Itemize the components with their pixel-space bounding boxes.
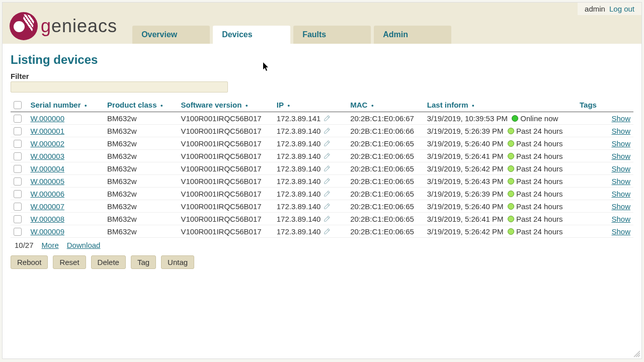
serial-link[interactable]: W.000003 [30, 152, 64, 160]
delete-button[interactable]: Delete [91, 255, 126, 269]
show-link[interactable]: Show [611, 190, 630, 198]
show-link[interactable]: Show [611, 202, 630, 211]
resize-grip-icon[interactable] [633, 350, 640, 357]
serial-link[interactable]: W.000005 [30, 177, 64, 186]
cell-mac: 20:2B:C1:E0:06:65 [347, 200, 424, 213]
status-dot-icon [508, 203, 514, 210]
cell-mac: 20:2B:C1:E0:06:67 [347, 112, 424, 125]
col-product[interactable]: Product class • [104, 98, 178, 112]
cell-last: 3/19/2019, 10:39:53 PM Online now [424, 112, 577, 125]
col-software[interactable]: Software version • [178, 98, 273, 112]
pencil-icon[interactable] [324, 127, 331, 134]
tab-admin[interactable]: Admin [374, 26, 451, 44]
pencil-icon[interactable] [324, 165, 331, 172]
serial-link[interactable]: W.000006 [30, 190, 64, 198]
col-mac[interactable]: MAC • [347, 98, 424, 112]
cell-mac: 20:2B:C1:E0:06:65 [347, 213, 424, 225]
col-last[interactable]: Last inform • [424, 98, 577, 112]
bulk-actions: Reboot Reset Delete Tag Untag [11, 255, 633, 269]
cell-tags [577, 225, 603, 238]
pencil-icon[interactable] [324, 115, 331, 122]
col-ip[interactable]: IP • [274, 98, 347, 112]
pencil-icon[interactable] [324, 203, 331, 210]
sort-dot-icon: • [244, 102, 248, 109]
table-row: W.000005BM632wV100R001IRQC56B017172.3.89… [11, 175, 633, 188]
show-link[interactable]: Show [611, 177, 630, 186]
status-dot-icon [508, 216, 514, 222]
table-row: W.000003BM632wV100R001IRQC56B017172.3.89… [11, 150, 633, 162]
cell-last: 3/19/2019, 5:26:41 PM Past 24 hours [424, 213, 577, 225]
row-checkbox[interactable] [14, 115, 22, 123]
sort-dot-icon: • [369, 102, 373, 109]
row-checkbox[interactable] [14, 152, 22, 160]
serial-link[interactable]: W.000009 [30, 227, 64, 236]
logout-link[interactable]: Log out [609, 5, 634, 13]
cell-ip: 172.3.89.140 [277, 177, 321, 186]
show-link[interactable]: Show [611, 152, 630, 160]
more-link[interactable]: More [42, 241, 59, 249]
pencil-icon[interactable] [324, 228, 331, 235]
cell-ip: 172.3.89.140 [277, 127, 321, 135]
show-link[interactable]: Show [611, 139, 630, 148]
show-link[interactable]: Show [611, 114, 630, 123]
cell-tags [577, 188, 603, 200]
serial-link[interactable]: W.000007 [30, 202, 64, 211]
tab-faults[interactable]: Faults [293, 26, 371, 44]
pencil-icon[interactable] [324, 140, 331, 147]
filter-input[interactable] [11, 81, 228, 93]
serial-link[interactable]: W.000002 [30, 139, 64, 148]
brand-mark-icon [10, 12, 38, 40]
serial-link[interactable]: W.000008 [30, 215, 64, 223]
show-link[interactable]: Show [611, 215, 630, 223]
status-text: Online now [520, 114, 558, 123]
tab-overview[interactable]: Overview [132, 26, 210, 44]
status-dot-icon [508, 165, 514, 172]
pencil-icon[interactable] [324, 177, 331, 185]
row-checkbox[interactable] [14, 203, 22, 211]
status-dot-icon [508, 178, 514, 185]
cell-product: BM632w [104, 137, 178, 150]
brand-logo[interactable]: genieacs [3, 3, 124, 44]
table-row: W.000004BM632wV100R001IRQC56B017172.3.89… [11, 162, 633, 175]
row-checkbox[interactable] [14, 140, 22, 148]
table-row: W.000000BM632wV100R001IRQC56B017172.3.89… [11, 112, 633, 125]
reset-button[interactable]: Reset [53, 255, 86, 269]
col-tags[interactable]: Tags [577, 98, 603, 112]
select-all-checkbox[interactable] [14, 101, 22, 109]
cell-software: V100R001IRQC56B017 [178, 213, 273, 225]
show-link[interactable]: Show [611, 164, 630, 173]
table-row: W.000009BM632wV100R001IRQC56B017172.3.89… [11, 225, 633, 238]
cell-software: V100R001IRQC56B017 [178, 137, 273, 150]
col-serial[interactable]: Serial number • [27, 98, 104, 112]
serial-link[interactable]: W.000001 [30, 127, 64, 135]
show-link[interactable]: Show [611, 127, 630, 135]
untag-button[interactable]: Untag [161, 255, 194, 269]
cell-last: 3/19/2019, 5:26:43 PM Past 24 hours [424, 175, 577, 188]
download-link[interactable]: Download [67, 241, 101, 249]
cell-last: 3/19/2019, 5:26:39 PM Past 24 hours [424, 188, 577, 200]
status-dot-icon [512, 115, 518, 122]
topbar: admin Log out genieacs OverviewDevicesFa… [3, 3, 641, 44]
row-checkbox[interactable] [14, 177, 22, 186]
status-text: Past 24 hours [516, 215, 563, 223]
serial-link[interactable]: W.000004 [30, 164, 64, 173]
devices-table: Serial number • Product class • Software… [11, 98, 633, 238]
pencil-icon[interactable] [324, 152, 331, 159]
reboot-button[interactable]: Reboot [11, 255, 48, 269]
row-checkbox[interactable] [14, 228, 22, 236]
show-link[interactable]: Show [611, 227, 630, 236]
pencil-icon[interactable] [324, 215, 331, 222]
pencil-icon[interactable] [324, 190, 331, 197]
row-checkbox[interactable] [14, 215, 22, 223]
row-checkbox[interactable] [14, 127, 22, 135]
cell-mac: 20:2B:C1:E0:06:65 [347, 175, 424, 188]
row-checkbox[interactable] [14, 165, 22, 173]
tab-devices[interactable]: Devices [213, 26, 290, 44]
serial-link[interactable]: W.000000 [30, 114, 64, 123]
status-dot-icon [508, 140, 514, 147]
row-checkbox[interactable] [14, 190, 22, 198]
cell-tags [577, 200, 603, 213]
tag-button[interactable]: Tag [131, 255, 156, 269]
username: admin [585, 5, 605, 13]
cell-software: V100R001IRQC56B017 [178, 162, 273, 175]
